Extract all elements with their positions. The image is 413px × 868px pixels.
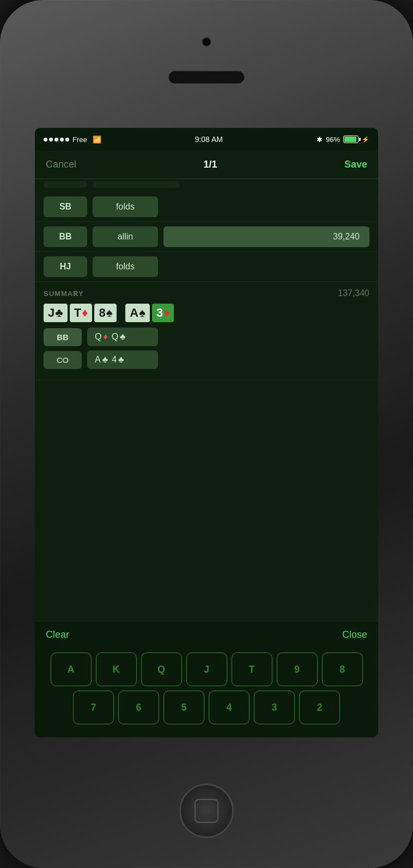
partial-btn-2 bbox=[93, 181, 180, 188]
bb-hand-cards: Q♦ Q♣ bbox=[87, 328, 158, 346]
kbd-btn-5[interactable]: 5 bbox=[163, 691, 204, 724]
sb-position-btn[interactable]: SB bbox=[44, 196, 87, 217]
clear-button[interactable]: Clear bbox=[46, 629, 69, 641]
screen: Free 📶 9:08 AM ✱ 96% ⚡ Cancel 1/1 Save bbox=[35, 128, 378, 737]
bb-card1-suit: ♦ bbox=[103, 332, 107, 342]
speaker bbox=[168, 71, 245, 84]
board-card-3-suit: ♠ bbox=[106, 306, 113, 320]
bb-row: BB allin 39,240 bbox=[35, 222, 378, 252]
nav-bar: Cancel 1/1 Save bbox=[35, 151, 378, 179]
status-bar: Free 📶 9:08 AM ✱ 96% ⚡ bbox=[35, 128, 378, 151]
co-hand-cards: A♣ 4♣ bbox=[87, 350, 158, 369]
signal-dot-1 bbox=[44, 138, 47, 141]
kbd-btn-3[interactable]: 3 bbox=[254, 691, 295, 724]
battery-pct: 96% bbox=[326, 136, 340, 144]
sb-row: SB folds bbox=[35, 192, 378, 222]
board-card-2: T♦ bbox=[70, 304, 93, 322]
charging-icon: ⚡ bbox=[362, 136, 369, 143]
save-button[interactable]: Save bbox=[344, 159, 367, 170]
board-card-3-rank: 8 bbox=[99, 306, 105, 320]
co-hand-row: CO A♣ 4♣ bbox=[44, 350, 369, 369]
close-button[interactable]: Close bbox=[342, 629, 367, 641]
board-card-5-suit: ♦ bbox=[163, 306, 169, 320]
signal-dot-2 bbox=[49, 138, 53, 141]
summary-section: SUMMARY 137,340 J♣ T♦ 8♠ bbox=[35, 282, 378, 380]
hj-row: HJ folds bbox=[35, 252, 378, 282]
co-hand-position: CO bbox=[44, 351, 82, 369]
signal-dots bbox=[44, 138, 69, 141]
card-keyboard: A K Q J T 9 8 7 6 5 4 3 2 bbox=[35, 648, 378, 737]
partial-btn-1 bbox=[44, 181, 87, 188]
co-card1-rank: A bbox=[95, 355, 101, 365]
signal-dot-4 bbox=[60, 138, 64, 141]
bottom-actions-bar: Clear Close bbox=[35, 621, 378, 648]
keyboard-row-2: 7 6 5 4 3 2 bbox=[41, 691, 372, 724]
home-button[interactable] bbox=[179, 784, 234, 838]
board-card-5-rank: 3 bbox=[156, 306, 163, 320]
board-card-1-suit: ♣ bbox=[55, 306, 63, 320]
board-cards: J♣ T♦ 8♠ A♠ 3♦ bbox=[44, 304, 369, 322]
board-card-5: 3♦ bbox=[152, 304, 174, 322]
signal-dot-5 bbox=[65, 138, 69, 141]
content-area: SB folds BB allin 39,240 HJ folds SUMMAR… bbox=[35, 179, 378, 621]
summary-total: 137,340 bbox=[338, 288, 369, 298]
co-card2-suit: ♣ bbox=[118, 355, 124, 365]
spacer bbox=[35, 380, 378, 391]
board-card-4-rank: A bbox=[130, 306, 138, 320]
summary-header: SUMMARY 137,340 bbox=[44, 288, 369, 298]
board-card-2-rank: T bbox=[74, 306, 81, 320]
status-time: 9:08 AM bbox=[195, 135, 223, 144]
kbd-btn-6[interactable]: 6 bbox=[118, 691, 159, 724]
kbd-btn-7[interactable]: 7 bbox=[73, 691, 114, 724]
bb-hand-position: BB bbox=[44, 328, 82, 346]
co-card2-rank: 4 bbox=[112, 355, 117, 365]
camera bbox=[202, 37, 211, 47]
board-card-1: J♣ bbox=[44, 304, 68, 322]
bb-card1-rank: Q bbox=[95, 332, 101, 342]
scrolled-rows bbox=[35, 179, 378, 192]
kbd-btn-Q[interactable]: Q bbox=[141, 652, 182, 686]
battery-fill bbox=[344, 137, 356, 142]
bluetooth-icon: ✱ bbox=[317, 136, 323, 144]
partial-row-1 bbox=[44, 181, 369, 188]
status-left: Free 📶 bbox=[44, 136, 101, 144]
board-card-4: A♠ bbox=[125, 304, 150, 322]
bottom-area: Clear Close A K Q J T 9 8 7 6 5 bbox=[35, 621, 378, 737]
keyboard-row-1: A K Q J T 9 8 bbox=[41, 652, 372, 686]
hj-position-btn[interactable]: HJ bbox=[44, 256, 87, 277]
hj-action-btn[interactable]: folds bbox=[93, 256, 158, 277]
sb-action-btn[interactable]: folds bbox=[93, 196, 158, 217]
bb-amount: 39,240 bbox=[163, 226, 369, 247]
kbd-btn-2[interactable]: 2 bbox=[299, 691, 340, 724]
kbd-btn-T[interactable]: T bbox=[232, 652, 272, 686]
bb-position-btn[interactable]: BB bbox=[44, 226, 87, 247]
status-right: ✱ 96% ⚡ bbox=[317, 136, 369, 144]
cancel-button[interactable]: Cancel bbox=[46, 159, 76, 170]
kbd-btn-K[interactable]: K bbox=[96, 652, 137, 686]
nav-title: 1/1 bbox=[203, 159, 217, 170]
co-card1-suit: ♣ bbox=[102, 355, 108, 365]
bb-card2-suit: ♣ bbox=[120, 332, 126, 342]
board-card-1-rank: J bbox=[48, 306, 54, 320]
kbd-btn-J[interactable]: J bbox=[186, 652, 227, 686]
carrier-label: Free bbox=[72, 136, 87, 144]
kbd-btn-4[interactable]: 4 bbox=[209, 691, 250, 724]
bb-action-btn[interactable]: allin bbox=[93, 226, 158, 247]
board-card-3: 8♠ bbox=[94, 304, 117, 322]
board-card-4-suit: ♠ bbox=[139, 306, 145, 320]
wifi-icon: 📶 bbox=[93, 136, 101, 144]
kbd-btn-A[interactable]: A bbox=[51, 652, 92, 686]
board-card-2-suit: ♦ bbox=[82, 306, 88, 320]
signal-dot-3 bbox=[54, 138, 58, 141]
bb-hand-row: BB Q♦ Q♣ bbox=[44, 328, 369, 346]
kbd-btn-8[interactable]: 8 bbox=[322, 652, 363, 686]
battery-icon bbox=[343, 136, 359, 143]
battery-indicator bbox=[343, 136, 359, 143]
bb-card2-rank: Q bbox=[112, 332, 118, 342]
summary-label: SUMMARY bbox=[44, 290, 84, 298]
kbd-btn-9[interactable]: 9 bbox=[277, 652, 318, 686]
